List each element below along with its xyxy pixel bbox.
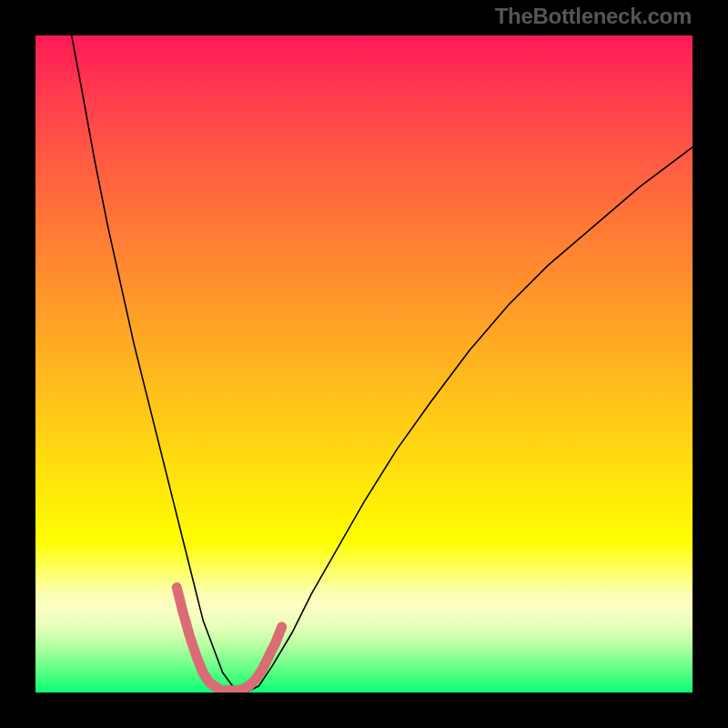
chart-svg: [35, 35, 693, 693]
plot-area: [35, 35, 693, 693]
series-bottleneck-curve: [72, 35, 693, 693]
watermark-text: TheBottleneck.com: [495, 4, 692, 29]
series-group: [72, 35, 693, 693]
chart-figure: TheBottleneck.com: [0, 0, 728, 728]
